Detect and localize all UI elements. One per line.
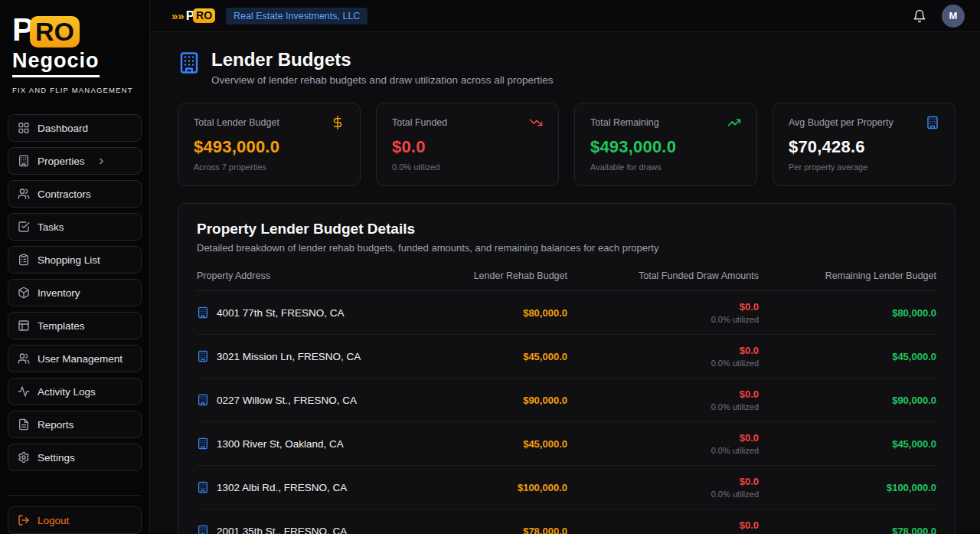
logout-section: Logout xyxy=(8,495,142,534)
brand-logo-mark: PRO xyxy=(12,14,137,48)
lender-rehab-budget-value: $78,000.0 xyxy=(422,526,567,534)
sidebar-item-shopping-list[interactable]: Shopping List xyxy=(8,246,142,274)
stat-subtext: Across 7 properties xyxy=(194,162,345,172)
remaining-budget-value: $45,000.0 xyxy=(759,351,936,362)
table-row[interactable]: 4001 77th St, FRESNO, CA $80,000.0 $0.0 … xyxy=(197,291,936,335)
stat-card-total-lender-budget: Total Lender Budget $493,000.0 Across 7 … xyxy=(178,103,361,186)
sidebar-item-user-management[interactable]: User Management xyxy=(8,345,142,372)
sidebar-item-settings[interactable]: Settings xyxy=(8,444,142,471)
table-row[interactable]: 1300 River St, Oakland, CA $45,000.0 $0.… xyxy=(197,422,936,466)
sidebar-item-contractors[interactable]: Contractors xyxy=(8,180,142,208)
funded-cell: $0.0 0.0% utilized xyxy=(567,345,759,368)
stat-value: $70,428.6 xyxy=(789,137,939,157)
property-address: 1302 Albi Rd., FRESNO, CA xyxy=(217,482,347,493)
sidebar-item-label: Shopping List xyxy=(38,254,100,266)
stat-card-total-funded: Total Funded $0.0 0.0% utilized xyxy=(376,103,559,186)
user-avatar[interactable]: M xyxy=(942,5,965,28)
sidebar-item-properties[interactable]: Properties xyxy=(8,147,142,175)
stat-value: $493,000.0 xyxy=(590,137,741,157)
reports-icon xyxy=(18,418,30,431)
remaining-budget-value: $90,000.0 xyxy=(759,395,936,406)
lender-rehab-budget-value: $90,000.0 xyxy=(422,395,567,406)
funded-amount: $0.0 xyxy=(567,345,759,356)
building-icon xyxy=(197,481,209,493)
stat-label: Total Lender Budget xyxy=(194,117,279,128)
sidebar-item-label: Activity Logs xyxy=(38,386,96,398)
building-icon xyxy=(197,525,209,534)
property-address: 3021 Mission Ln, FRESNO, CA xyxy=(217,351,361,362)
table-row[interactable]: 3021 Mission Ln, FRESNO, CA $45,000.0 $0… xyxy=(197,335,936,378)
table-title: Property Lender Budget Details xyxy=(197,221,936,238)
notifications-bell-icon[interactable] xyxy=(913,9,926,23)
building-icon xyxy=(18,155,30,167)
sidebar-item-label: Templates xyxy=(38,320,85,332)
property-address: 2001 35th St., FRESNO, CA xyxy=(217,526,347,534)
lender-rehab-budget-value: $45,000.0 xyxy=(422,438,567,450)
utilization-percent: 0.0% utilized xyxy=(567,315,759,324)
table-body: 4001 77th St, FRESNO, CA $80,000.0 $0.0 … xyxy=(197,291,936,534)
sidebar-item-dashboard[interactable]: Dashboard xyxy=(8,114,142,142)
sidebar-item-inventory[interactable]: Inventory xyxy=(8,279,142,306)
sidebar-item-label: Contractors xyxy=(38,188,91,200)
page-subtitle: Overview of lender rehab budgets and dra… xyxy=(211,74,554,86)
page-header: Lender Budgets Overview of lender rehab … xyxy=(178,49,956,86)
building-icon xyxy=(197,306,209,319)
sidebar-item-label: Settings xyxy=(38,452,75,464)
lender-rehab-budget-value: $80,000.0 xyxy=(422,307,567,319)
activity-logs-icon xyxy=(18,385,30,398)
header-logo: »» P RO xyxy=(172,8,215,23)
table-row[interactable]: 0227 Willow St., FRESNO, CA $90,000.0 $0… xyxy=(197,378,936,422)
sidebar-item-label: User Management xyxy=(38,353,122,365)
sidebar-item-templates[interactable]: Templates xyxy=(8,312,142,339)
stats-grid: Total Lender Budget $493,000.0 Across 7 … xyxy=(178,103,956,186)
dashboard-icon xyxy=(18,122,30,134)
property-address-cell: 1300 River St, Oakland, CA xyxy=(197,437,422,450)
stat-card-total-remaining: Total Remaining $493,000.0 Available for… xyxy=(574,103,757,186)
property-address-cell: 2001 35th St., FRESNO, CA xyxy=(197,525,422,534)
funded-cell: $0.0 0.0% utilized xyxy=(567,388,759,411)
sidebar: PRO Negocio FIX AND FLIP MANAGEMENT Dash… xyxy=(0,0,150,534)
trending-up-icon xyxy=(727,116,741,129)
page-title: Lender Budgets xyxy=(211,49,554,70)
property-address-cell: 4001 77th St, FRESNO, CA xyxy=(197,306,422,319)
stat-value: $493,000.0 xyxy=(194,137,345,157)
sidebar-item-label: Tasks xyxy=(38,221,64,233)
stat-label: Total Remaining xyxy=(590,117,659,128)
building-icon xyxy=(926,116,939,129)
stat-subtext: Per property average xyxy=(789,162,939,172)
stat-card-avg-budget-per-property: Avg Budget per Property $70,428.6 Per pr… xyxy=(773,103,956,186)
column-header-total-funded: Total Funded Draw Amounts xyxy=(567,270,759,281)
sidebar-item-label: Inventory xyxy=(38,287,80,299)
templates-icon xyxy=(18,319,30,332)
table-header-row: Property Address Lender Rehab Budget Tot… xyxy=(197,270,936,291)
funded-amount: $0.0 xyxy=(567,476,759,487)
logout-button[interactable]: Logout xyxy=(8,506,142,534)
stat-value: $0.0 xyxy=(392,137,543,157)
tasks-icon xyxy=(18,221,30,233)
property-address: 1300 River St, Oakland, CA xyxy=(217,438,344,450)
sidebar-item-tasks[interactable]: Tasks xyxy=(8,213,142,241)
sidebar-item-reports[interactable]: Reports xyxy=(8,411,142,438)
stat-label: Total Funded xyxy=(392,117,447,128)
funded-amount: $0.0 xyxy=(567,388,759,400)
sidebar-item-label: Reports xyxy=(38,419,74,431)
funded-amount: $0.0 xyxy=(567,301,759,313)
sidebar-item-activity-logs[interactable]: Activity Logs xyxy=(8,378,142,405)
logo-ro: RO xyxy=(30,16,80,48)
inventory-icon xyxy=(18,287,30,299)
sidebar-item-label: Dashboard xyxy=(38,123,88,134)
funded-amount: $0.0 xyxy=(567,432,759,444)
header-logo-ro: RO xyxy=(193,8,215,23)
column-header-lender-rehab-budget: Lender Rehab Budget xyxy=(422,270,567,281)
table-row[interactable]: 2001 35th St., FRESNO, CA $78,000.0 $0.0… xyxy=(197,509,936,534)
company-badge: Real Estate Investments, LLC xyxy=(226,8,368,25)
lender-rehab-budget-value: $45,000.0 xyxy=(422,351,567,362)
building-icon xyxy=(178,51,201,74)
building-icon xyxy=(197,437,209,450)
main-area: »» P RO Real Estate Investments, LLC M L… xyxy=(150,0,980,534)
remaining-budget-value: $80,000.0 xyxy=(759,307,936,319)
table-subtitle: Detailed breakdown of lender rehab budge… xyxy=(197,242,936,254)
table-row[interactable]: 1302 Albi Rd., FRESNO, CA $100,000.0 $0.… xyxy=(197,466,936,509)
property-address-cell: 1302 Albi Rd., FRESNO, CA xyxy=(197,481,422,493)
property-address-cell: 0227 Willow St., FRESNO, CA xyxy=(197,394,422,406)
